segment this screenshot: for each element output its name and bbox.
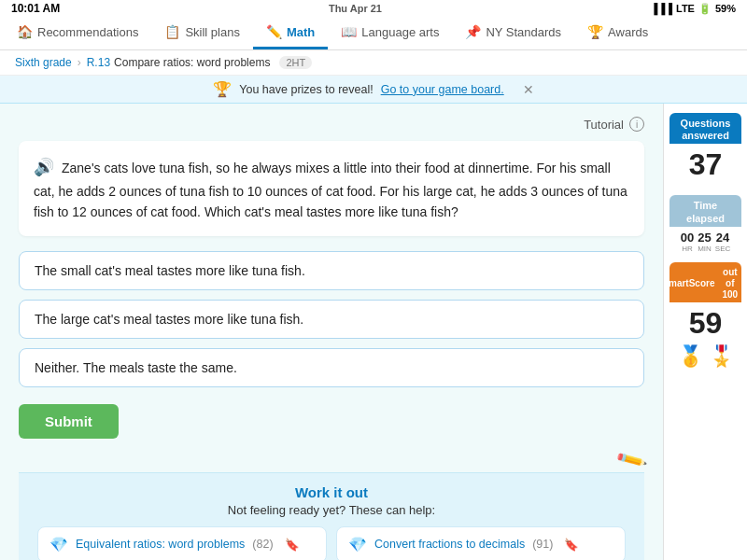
questions-answered-count: 37 <box>669 144 741 188</box>
diamond-icon-1: 💎 <box>49 536 68 553</box>
ny-standards-icon: 📌 <box>465 24 481 39</box>
battery-label: 59% <box>715 3 736 14</box>
nav-ny-standards[interactable]: 📌 NY Standards <box>452 17 574 49</box>
time-elapsed-label: Time elapsed <box>686 200 725 223</box>
speaker-icon[interactable]: 🔊 <box>34 158 54 176</box>
trophy-icon: 🏆 <box>213 80 232 98</box>
resource-card-2[interactable]: 💎 Convert fractions to decimals (91) 🔖 <box>336 526 626 560</box>
submit-button[interactable]: Submit <box>19 404 119 439</box>
answer-option-1[interactable]: The small cat's meal tastes more like tu… <box>19 251 644 290</box>
questions-answered-section: Questions answered 37 <box>669 113 741 188</box>
breadcrumb: Sixth grade › R.13 Compare ratios: word … <box>0 50 747 76</box>
status-bar: 10:01 AM Thu Apr 21 ▐▐▐ LTE 🔋 59% <box>0 0 747 17</box>
time-sec: 24 <box>716 231 729 245</box>
nav-awards-label: Awards <box>608 25 648 39</box>
resource-label-1: Equivalent ratios: word problems <box>76 538 245 551</box>
time-hr-col: 00 HR <box>681 231 694 253</box>
nav-math-label: Math <box>287 25 315 39</box>
recommendations-icon: 🏠 <box>17 24 33 39</box>
nav-bar: 🏠 Recommendations 📋 Skill plans ✏️ Math … <box>0 17 747 50</box>
awards-icon: 🏆 <box>587 24 603 39</box>
breadcrumb-grade[interactable]: Sixth grade <box>15 56 72 69</box>
tutorial-info-icon[interactable]: i <box>629 117 644 132</box>
questions-answered-label: Questions answered <box>681 118 731 141</box>
time-elapsed-section: Time elapsed 00 HR 25 MIN 24 SEC <box>669 195 741 254</box>
time-display: 00 HR 25 MIN 24 SEC <box>669 227 741 255</box>
time-sec-col: 24 SEC <box>715 231 730 253</box>
nav-recommendations-label: Recommendations <box>37 25 138 39</box>
signal-icon: ▐▐▐ <box>651 3 672 14</box>
breadcrumb-title: Compare ratios: word problems <box>114 56 270 69</box>
time-hr-label: HR <box>682 245 693 253</box>
time-min-label: MIN <box>698 245 712 253</box>
status-day: Thu Apr 21 <box>329 3 382 14</box>
nav-language-arts[interactable]: 📖 Language arts <box>328 17 452 49</box>
nav-language-arts-label: Language arts <box>361 25 439 39</box>
answer-option-3[interactable]: Neither. The meals taste the same. <box>19 348 644 387</box>
nav-awards[interactable]: 🏆 Awards <box>574 17 661 49</box>
status-right: ▐▐▐ LTE 🔋 59% <box>651 3 736 15</box>
smart-score-label: SmartScore <box>669 278 714 289</box>
answer-option-2[interactable]: The large cat's meal tastes more like tu… <box>19 300 644 339</box>
prize-text: You have prizes to reveal! <box>239 83 373 96</box>
prize-close-button[interactable]: ✕ <box>523 82 534 97</box>
time-min: 25 <box>698 231 711 245</box>
breadcrumb-code: R.13 <box>87 56 110 69</box>
skill-plans-icon: 📋 <box>164 24 180 39</box>
answer-option-2-text: The large cat's meal tastes more like tu… <box>35 312 303 327</box>
signal-label: LTE <box>676 3 695 14</box>
resource-count-1: (82) <box>252 538 273 551</box>
question-box: 🔊Zane's cats love tuna fish, so he alway… <box>19 141 644 236</box>
smart-score-section: SmartScore out of 100 ? 59 🥇 🎖️ <box>669 262 741 376</box>
resource-label-2: Convert fractions to decimals <box>374 538 525 551</box>
prize-link[interactable]: Go to your game board. <box>381 83 504 96</box>
math-icon: ✏️ <box>266 24 282 39</box>
breadcrumb-timer: 2HT <box>279 56 312 69</box>
nav-math[interactable]: ✏️ Math <box>253 17 328 49</box>
work-title: Work it out <box>37 484 626 500</box>
right-panel: Questions answered 37 Time elapsed 00 HR… <box>663 104 747 560</box>
time-sec-label: SEC <box>715 245 730 253</box>
content-area: Tutorial i 🔊Zane's cats love tuna fish, … <box>0 104 663 560</box>
tutorial-label: Tutorial <box>584 118 624 132</box>
work-subtitle: Not feeling ready yet? These can help: <box>37 503 626 517</box>
battery-icon: 🔋 <box>698 3 712 15</box>
smart-score-header: SmartScore out of 100 ? <box>669 262 741 302</box>
pencil-area: ✏️ <box>19 448 644 472</box>
award-badge-2: 🎖️ <box>709 344 734 369</box>
awards-display: 🥇 🎖️ <box>669 344 741 376</box>
questions-answered-header: Questions answered <box>669 113 741 144</box>
question-text: Zane's cats love tuna fish, so he always… <box>34 161 627 219</box>
time-hr: 00 <box>681 231 694 245</box>
nav-recommendations[interactable]: 🏠 Recommendations <box>4 17 151 49</box>
prize-banner: 🏆 You have prizes to reveal! Go to your … <box>0 76 747 104</box>
breadcrumb-sep: › <box>78 56 81 69</box>
smart-score-out-of: out of 100 <box>722 267 738 301</box>
diamond-icon-2: 💎 <box>348 536 367 553</box>
resource-cards: 💎 Equivalent ratios: word problems (82) … <box>37 526 626 560</box>
nav-skill-plans[interactable]: 📋 Skill plans <box>151 17 253 49</box>
resource-count-2: (91) <box>532 538 553 551</box>
award-badge-1: 🥇 <box>678 344 703 369</box>
answer-option-1-text: The small cat's meal tastes more like tu… <box>35 263 305 278</box>
smart-score-value: 59 <box>669 302 741 344</box>
bookmark-icon-2[interactable]: 🔖 <box>564 538 579 552</box>
time-min-col: 25 MIN <box>698 231 712 253</box>
work-section: Work it out Not feeling ready yet? These… <box>19 472 644 560</box>
nav-skill-plans-label: Skill plans <box>185 25 240 39</box>
nav-ny-standards-label: NY Standards <box>486 25 561 39</box>
language-arts-icon: 📖 <box>341 24 357 39</box>
bookmark-icon-1[interactable]: 🔖 <box>285 538 300 552</box>
status-time: 10:01 AM <box>11 2 60 15</box>
resource-card-1[interactable]: 💎 Equivalent ratios: word problems (82) … <box>37 526 327 560</box>
time-elapsed-header: Time elapsed <box>669 195 741 226</box>
answer-option-3-text: Neither. The meals taste the same. <box>35 360 237 375</box>
tutorial-bar: Tutorial i <box>19 117 644 132</box>
main-layout: Tutorial i 🔊Zane's cats love tuna fish, … <box>0 104 747 560</box>
